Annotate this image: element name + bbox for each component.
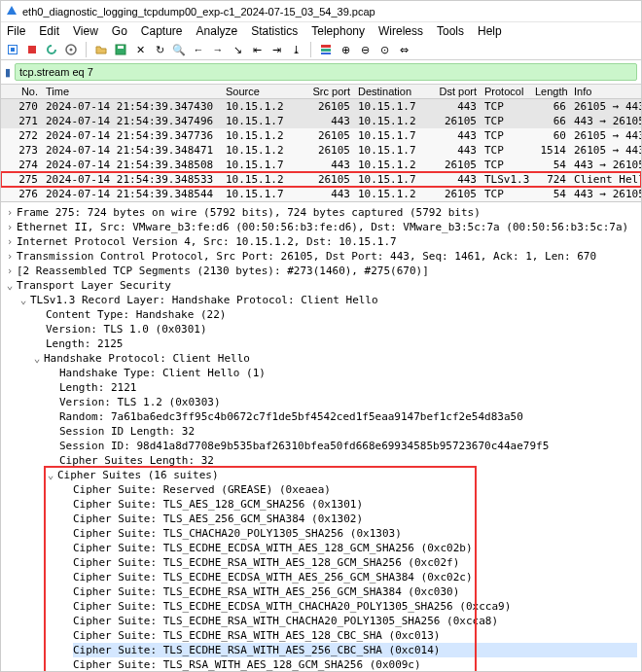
stop-capture-icon[interactable]: [24, 42, 40, 57]
cell-info: Client Hello: [570, 172, 641, 187]
packet-row[interactable]: 2752024-07-14 21:54:39.34853310.15.1.226…: [1, 172, 641, 187]
expand-icon[interactable]: ⌄: [32, 351, 42, 366]
tree-row[interactable]: ›Internet Protocol Version 4, Src: 10.15…: [5, 234, 637, 249]
menu-edit[interactable]: Edit: [39, 24, 59, 38]
cell-len: 1514: [531, 143, 570, 158]
cell-dstp: 26105: [432, 158, 481, 172]
tree-row[interactable]: ›Ethernet II, Src: VMware_b3:fe:d6 (00:5…: [5, 220, 637, 234]
tree-row[interactable]: Version: TLS 1.2 (0x0303): [59, 395, 637, 409]
cell-len: 54: [531, 187, 570, 201]
separator: [86, 42, 87, 57]
display-filter-input[interactable]: [15, 63, 637, 81]
expand-icon[interactable]: ›: [5, 249, 15, 264]
packet-row[interactable]: 2712024-07-14 21:54:39.34749610.15.1.744…: [1, 114, 641, 128]
menu-telephony[interactable]: Telephony: [311, 24, 365, 38]
packet-list-header[interactable]: No. Time Source Src port Destination Dst…: [1, 85, 641, 99]
tree-row[interactable]: Length: 2121: [59, 380, 637, 395]
next-icon[interactable]: →: [210, 42, 226, 57]
tree-row[interactable]: ›Frame 275: 724 bytes on wire (5792 bits…: [5, 205, 637, 220]
expand-icon[interactable]: ›: [5, 220, 15, 234]
cell-srcp: 443: [305, 114, 354, 128]
cipher-suite-row[interactable]: Cipher Suite: TLS_ECDHE_ECDSA_WITH_AES_2…: [73, 570, 637, 584]
cipher-suite-row[interactable]: Cipher Suite: TLS_ECDHE_RSA_WITH_AES_128…: [73, 628, 637, 643]
tree-row[interactable]: ›[2 Reassembled TCP Segments (2130 bytes…: [5, 264, 637, 278]
first-icon[interactable]: ⇤: [249, 42, 265, 57]
menu-tools[interactable]: Tools: [437, 24, 464, 38]
cipher-suite-row[interactable]: Cipher Suite: TLS_ECDHE_RSA_WITH_AES_256…: [73, 643, 637, 657]
col-dstp: Dst port: [432, 85, 481, 98]
restart-icon[interactable]: [44, 42, 59, 57]
cipher-suites-header[interactable]: ⌄Cipher Suites (16 suites): [46, 468, 637, 482]
expand-icon[interactable]: ›: [5, 205, 15, 220]
cell-srcp: 443: [305, 187, 354, 201]
menu-capture[interactable]: Capture: [141, 24, 183, 38]
tree-row[interactable]: Session ID Length: 32: [59, 424, 637, 439]
tree-row[interactable]: ⌄Transport Layer Security: [5, 278, 637, 293]
packet-row[interactable]: 2762024-07-14 21:54:39.34854410.15.1.744…: [1, 187, 641, 201]
tree-row[interactable]: Cipher Suites Length: 32: [59, 453, 637, 468]
packet-list[interactable]: 2702024-07-14 21:54:39.34743010.15.1.226…: [1, 99, 641, 202]
menu-wireless[interactable]: Wireless: [378, 24, 423, 38]
tree-row[interactable]: Version: TLS 1.0 (0x0301): [46, 322, 637, 336]
menu-analyze[interactable]: Analyze: [196, 24, 238, 38]
cipher-suite-row[interactable]: Cipher Suite: TLS_ECDHE_RSA_WITH_CHACHA2…: [73, 614, 637, 628]
autoscroll-icon[interactable]: ⤓: [288, 42, 303, 57]
zoom-out-icon[interactable]: ⊖: [357, 42, 373, 57]
open-icon[interactable]: [93, 42, 109, 57]
bookmark-icon[interactable]: ▮: [5, 66, 11, 79]
tree-row[interactable]: Session ID: 98d41a8d7708e9b535baf26310bf…: [59, 439, 637, 453]
tree-row[interactable]: Length: 2125: [46, 336, 637, 351]
zoom-reset-icon[interactable]: ⊙: [376, 42, 392, 57]
menu-view[interactable]: View: [73, 24, 98, 38]
packet-row[interactable]: 2722024-07-14 21:54:39.34773610.15.1.226…: [1, 128, 641, 143]
packet-row[interactable]: 2732024-07-14 21:54:39.34847110.15.1.226…: [1, 143, 641, 158]
expand-icon[interactable]: ⌄: [18, 293, 28, 307]
toolbar: ✕ ↻ 🔍 ← → ↘ ⇤ ⇥ ⤓ ⊕ ⊖ ⊙ ⇔: [1, 40, 641, 60]
expand-icon[interactable]: ⌄: [5, 278, 15, 293]
cipher-suite-row[interactable]: Cipher Suite: TLS_AES_256_GCM_SHA384 (0x…: [73, 512, 637, 526]
tree-row[interactable]: ›Transmission Control Protocol, Src Port…: [5, 249, 637, 264]
cell-info: 26105 → 443 [ACK] Seq: [570, 128, 641, 143]
find-icon[interactable]: 🔍: [171, 42, 187, 57]
cipher-suite-row[interactable]: Cipher Suite: TLS_ECDHE_ECDSA_WITH_CHACH…: [73, 599, 637, 614]
cell-dst: 10.15.1.2: [354, 158, 432, 172]
tree-row[interactable]: ⌄Handshake Protocol: Client Hello: [32, 351, 637, 366]
close-file-icon[interactable]: ✕: [132, 42, 148, 57]
cipher-suite-row[interactable]: Cipher Suite: TLS_CHACHA20_POLY1305_SHA2…: [73, 526, 637, 541]
zoom-in-icon[interactable]: ⊕: [338, 42, 353, 57]
cipher-suite-row[interactable]: Cipher Suite: TLS_ECDHE_ECDSA_WITH_AES_1…: [73, 541, 637, 555]
cell-no: 275: [1, 172, 42, 187]
options-icon[interactable]: [63, 42, 79, 57]
cipher-suite-row[interactable]: Cipher Suite: TLS_RSA_WITH_AES_128_GCM_S…: [73, 657, 637, 671]
menu-file[interactable]: File: [7, 24, 25, 38]
menu-help[interactable]: Help: [478, 24, 502, 38]
save-icon[interactable]: [113, 42, 128, 57]
tree-row[interactable]: Handshake Type: Client Hello (1): [59, 366, 637, 380]
expand-icon[interactable]: ›: [5, 264, 15, 278]
packet-row[interactable]: 2702024-07-14 21:54:39.34743010.15.1.226…: [1, 99, 641, 114]
last-icon[interactable]: ⇥: [268, 42, 284, 57]
cipher-suite-row[interactable]: Cipher Suite: TLS_ECDHE_RSA_WITH_AES_128…: [73, 555, 637, 570]
cipher-suite-row[interactable]: Cipher Suite: Reserved (GREASE) (0xeaea): [73, 482, 637, 497]
expand-icon[interactable]: ›: [5, 234, 15, 249]
cipher-suite-row[interactable]: Cipher Suite: TLS_AES_128_GCM_SHA256 (0x…: [73, 497, 637, 512]
prev-icon[interactable]: ←: [191, 42, 206, 57]
cell-dst: 10.15.1.7: [354, 172, 432, 187]
cell-dst: 10.15.1.7: [354, 143, 432, 158]
reload-icon[interactable]: ↻: [152, 42, 167, 57]
start-capture-icon[interactable]: [5, 42, 20, 57]
menu-statistics[interactable]: Statistics: [251, 24, 298, 38]
colorize-icon[interactable]: [318, 42, 334, 57]
menu-go[interactable]: Go: [112, 24, 127, 38]
cell-info: 443 → 26105 [ACK] Seq: [570, 187, 641, 201]
expand-icon[interactable]: ⌄: [46, 468, 55, 482]
resize-cols-icon[interactable]: ⇔: [396, 42, 411, 57]
tree-row[interactable]: Random: 7a61ba6edc3ff95c4b0672c7f1de5bf4…: [59, 409, 637, 424]
packet-row[interactable]: 2742024-07-14 21:54:39.34850810.15.1.744…: [1, 158, 641, 172]
cell-src: 10.15.1.7: [222, 158, 305, 172]
cipher-suite-row[interactable]: Cipher Suite: TLS_ECDHE_RSA_WITH_AES_256…: [73, 584, 637, 599]
goto-icon[interactable]: ↘: [230, 42, 245, 57]
tree-row[interactable]: Content Type: Handshake (22): [46, 307, 637, 322]
packet-details[interactable]: ›Frame 275: 724 bytes on wire (5792 bits…: [1, 202, 641, 671]
tree-row[interactable]: ⌄TLSv1.3 Record Layer: Handshake Protoco…: [18, 293, 637, 307]
